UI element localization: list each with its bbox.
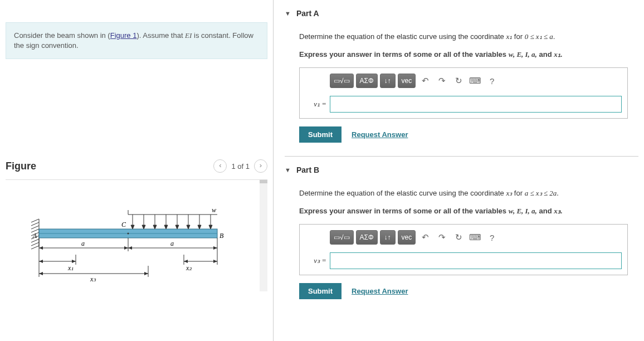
label-w: w [212,208,216,214]
subsup-button[interactable]: ↓↑ [380,74,396,88]
svg-marker-27 [198,225,201,229]
ei-var: EI [185,31,192,40]
part-a-answer-input[interactable] [330,96,622,113]
svg-marker-29 [209,225,212,229]
reset-button[interactable]: ↻ [451,74,466,88]
part-b-lhs: v₃ = [305,256,330,265]
caret-down-icon: ▼ [285,167,291,173]
svg-line-3 [31,226,39,229]
svg-marker-25 [187,225,190,229]
svg-line-9 [31,246,39,249]
part-a-header[interactable]: ▼ Part A [285,0,638,22]
figure-next-button[interactable]: › [254,159,267,173]
undo-button[interactable]: ↶ [418,230,432,245]
greek-button[interactable]: ΑΣΦ [356,230,378,245]
vec-button[interactable]: vec [398,74,416,88]
part-a-answerbox: ▭√▭ ΑΣΦ ↓↑ vec ↶ ↷ ↻ ⌨ ? v₁ = [299,67,628,119]
figure-link[interactable]: Figure 1 [110,31,137,40]
svg-marker-17 [142,225,145,229]
label-C: C [121,221,126,228]
part-a-prompt: Determine the equation of the elastic cu… [299,31,634,42]
svg-marker-44 [72,260,76,263]
problem-text-1: Consider the beam shown in ( [14,31,110,40]
svg-point-30 [128,233,129,235]
part-a-title: Part A [296,9,319,18]
dim-a1: a [81,240,85,247]
keyboard-button[interactable]: ⌨ [468,230,482,245]
part-a-request-answer-link[interactable]: Request Answer [352,130,408,139]
dim-x2: x₂ [186,264,192,272]
svg-line-8 [31,242,39,246]
svg-marker-35 [39,246,43,250]
svg-marker-48 [184,260,188,263]
svg-line-1 [31,219,39,222]
part-b-prompt: Determine the equation of the elastic cu… [299,188,634,199]
svg-marker-21 [164,225,168,229]
part-b-answerbox: ▭√▭ ΑΣΦ ↓↑ vec ↶ ↷ ↻ ⌨ ? v₃ = [299,224,628,275]
reset-button[interactable]: ↻ [451,230,466,245]
beam-diagram: w A C B [6,208,245,291]
redo-button[interactable]: ↷ [435,74,449,88]
svg-marker-38 [128,246,132,250]
part-a-express: Express your answer in terms of some or … [299,49,634,60]
figure-prev-button[interactable]: ‹ [213,159,227,173]
figure-pager: 1 of 1 [231,162,250,170]
svg-marker-15 [131,225,134,229]
undo-button[interactable]: ↶ [418,74,432,88]
dim-x3: x₃ [90,275,96,283]
problem-text-2: ). Assume that [136,31,185,40]
svg-marker-19 [153,225,157,229]
subsup-button[interactable]: ↓↑ [380,230,396,245]
figure-scrollbar[interactable] [260,180,267,291]
templates-button[interactable]: ▭√▭ [330,230,354,245]
svg-marker-23 [175,225,179,229]
keyboard-button[interactable]: ⌨ [468,74,482,88]
part-b-express: Express your answer in terms of some or … [299,206,634,217]
figure-area: w A C B [6,180,267,291]
help-button[interactable]: ? [485,230,499,245]
redo-button[interactable]: ↷ [435,230,449,245]
part-a-submit-button[interactable]: Submit [299,126,341,143]
svg-marker-49 [213,260,217,263]
part-b-title: Part B [296,165,319,174]
svg-marker-36 [124,246,128,250]
dim-x1: x₁ [67,264,74,272]
help-button[interactable]: ? [485,74,499,88]
vec-button[interactable]: vec [398,230,416,245]
problem-statement: Consider the beam shown in (Figure 1). A… [6,22,267,59]
part-b-request-answer-link[interactable]: Request Answer [352,287,408,295]
greek-button[interactable]: ΑΣΦ [356,74,378,88]
svg-marker-54 [144,272,148,275]
label-B: B [219,232,224,240]
svg-marker-43 [39,260,43,263]
equation-toolbar: ▭√▭ ΑΣΦ ↓↑ vec ↶ ↷ ↻ ⌨ ? [330,230,622,245]
part-b-answer-input[interactable] [330,252,622,269]
part-b-submit-button[interactable]: Submit [299,283,341,299]
svg-line-2 [31,222,39,226]
svg-marker-39 [213,246,217,250]
dim-a2: a [170,240,174,247]
part-b-header[interactable]: ▼ Part B [285,157,638,179]
templates-button[interactable]: ▭√▭ [330,74,354,88]
part-a-lhs: v₁ = [305,100,330,109]
label-A: A [32,232,37,240]
svg-marker-53 [39,272,43,275]
equation-toolbar: ▭√▭ ΑΣΦ ↓↑ vec ↶ ↷ ↻ ⌨ ? [330,74,622,88]
figure-title: Figure [6,160,36,172]
caret-down-icon: ▼ [285,10,291,17]
